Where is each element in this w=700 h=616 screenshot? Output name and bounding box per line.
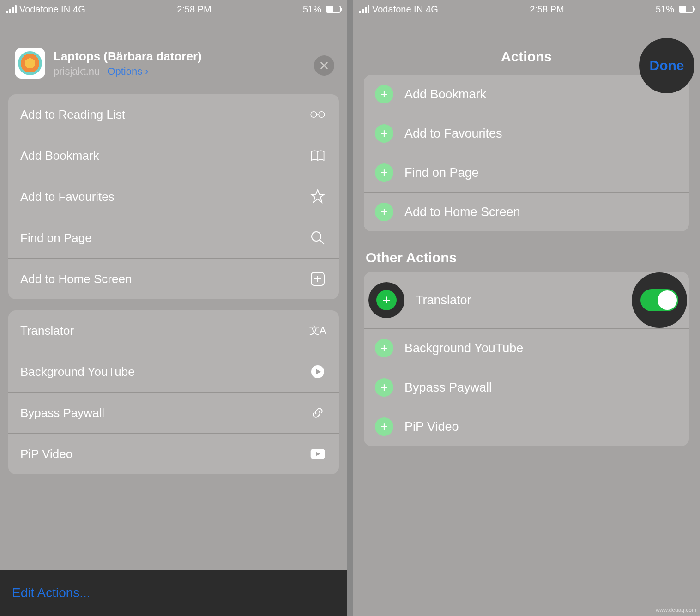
battery-icon <box>679 6 694 13</box>
add-icon[interactable]: + <box>375 85 393 103</box>
row-label: PiP Video <box>20 447 72 461</box>
translator-toggle[interactable] <box>640 289 678 311</box>
add-icon[interactable]: + <box>375 378 393 397</box>
action-bypass-paywall[interactable]: + Bypass Paywall <box>364 368 689 407</box>
actions-group-2: Translator 文A Background YouTube Bypass … <box>8 310 339 474</box>
row-add-to-favourites[interactable]: Add to Favourites <box>8 176 339 217</box>
network-label: 4G <box>426 4 438 15</box>
translate-icon: 文A <box>308 321 327 340</box>
close-button[interactable] <box>314 55 334 76</box>
phone-right: Vodafone IN 4G 2:58 PM 51% Actions Done … <box>353 0 700 616</box>
status-bar: Vodafone IN 4G 2:58 PM 51% <box>353 0 700 18</box>
action-add-bookmark[interactable]: + Add Bookmark <box>364 75 689 114</box>
toggle-knob <box>658 290 677 310</box>
actions-header: Actions Done <box>353 41 700 73</box>
row-add-to-reading-list[interactable]: Add to Reading List <box>8 94 339 135</box>
add-icon[interactable]: + <box>375 339 393 357</box>
row-label: Translator <box>20 324 74 338</box>
share-header: Laptops (Bärbara datorer) prisjakt.nu Op… <box>8 42 339 83</box>
row-label: Find on Page <box>20 231 92 245</box>
watermark: www.deuaq.com <box>656 607 696 613</box>
add-icon[interactable]: + <box>376 290 397 310</box>
action-label: Find on Page <box>404 166 678 180</box>
status-bar: Vodafone IN 4G 2:58 PM 51% <box>0 0 347 18</box>
row-find-on-page[interactable]: Find on Page <box>8 217 339 259</box>
add-icon[interactable]: + <box>375 203 393 221</box>
row-label: Add Bookmark <box>20 149 99 163</box>
other-actions-group: + Translator + Background YouTube + Bypa… <box>364 272 689 446</box>
row-background-youtube[interactable]: Background YouTube <box>8 351 339 393</box>
add-icon[interactable]: + <box>375 417 393 436</box>
book-icon <box>308 146 327 165</box>
toggle-highlight <box>632 272 687 328</box>
signal-icon <box>359 5 369 13</box>
action-pip-video[interactable]: + PiP Video <box>364 407 689 446</box>
edit-actions-label: Edit Actions... <box>12 586 91 600</box>
row-label: Add to Home Screen <box>20 272 132 286</box>
video-rect-icon <box>308 445 327 463</box>
row-label: Background YouTube <box>20 365 135 379</box>
row-pip-video[interactable]: PiP Video <box>8 434 339 474</box>
battery-percent: 51% <box>656 4 674 15</box>
search-icon <box>308 229 327 247</box>
action-label: PiP Video <box>404 420 678 434</box>
done-button[interactable]: Done <box>639 38 694 93</box>
svg-point-1 <box>319 112 325 118</box>
carrier-label: Vodafone IN <box>19 4 70 15</box>
row-label: Add to Favourites <box>20 190 115 204</box>
star-icon <box>308 187 327 206</box>
glasses-icon <box>308 105 327 124</box>
share-title: Laptops (Bärbara datorer) <box>54 49 202 64</box>
play-circle-icon <box>308 362 327 381</box>
row-label: Add to Reading List <box>20 108 125 122</box>
link-icon <box>308 404 327 422</box>
favourite-actions-group: + Add Bookmark + Add to Favourites + Fin… <box>364 75 689 231</box>
battery-percent: 51% <box>303 4 321 15</box>
network-label: 4G <box>73 4 85 15</box>
row-bypass-paywall[interactable]: Bypass Paywall <box>8 393 339 434</box>
svg-point-2 <box>312 232 321 241</box>
actions-title: Actions <box>501 49 552 65</box>
phone-left: Vodafone IN 4G 2:58 PM 51% Laptops (Bärb… <box>0 0 347 616</box>
share-options-link[interactable]: Options › <box>107 66 148 77</box>
clock: 2:58 PM <box>177 4 211 15</box>
action-background-youtube[interactable]: + Background YouTube <box>364 329 689 368</box>
row-label: Bypass Paywall <box>20 406 104 420</box>
edit-actions-bar[interactable]: Edit Actions... <box>0 570 347 616</box>
signal-icon <box>6 5 17 13</box>
battery-icon <box>326 6 341 13</box>
row-add-to-home-screen[interactable]: Add to Home Screen <box>8 259 339 299</box>
action-add-to-home-screen[interactable]: + Add to Home Screen <box>364 193 689 231</box>
clock: 2:58 PM <box>530 4 564 15</box>
add-icon[interactable]: + <box>375 163 393 182</box>
action-find-on-page[interactable]: + Find on Page <box>364 153 689 193</box>
action-label: Background YouTube <box>404 341 525 356</box>
other-actions-header: Other Actions <box>366 250 687 266</box>
action-label: Add Bookmark <box>404 87 678 102</box>
action-label: Add to Home Screen <box>404 205 678 219</box>
svg-point-0 <box>311 112 317 118</box>
action-translator[interactable]: + Translator <box>364 272 689 329</box>
highlight-circle: + <box>368 282 404 318</box>
row-translator[interactable]: Translator 文A <box>8 310 339 351</box>
action-label: Bypass Paywall <box>404 380 678 395</box>
row-add-bookmark[interactable]: Add Bookmark <box>8 135 339 176</box>
share-domain: prisjakt.nu <box>54 66 100 77</box>
action-label: Add to Favourites <box>404 127 678 141</box>
add-icon[interactable]: + <box>375 124 393 143</box>
site-favicon <box>15 48 45 79</box>
actions-group-1: Add to Reading List Add Bookmark Add to … <box>8 94 339 299</box>
action-add-to-favourites[interactable]: + Add to Favourites <box>364 114 689 153</box>
plus-square-icon <box>308 270 327 288</box>
carrier-label: Vodafone IN <box>372 4 423 15</box>
